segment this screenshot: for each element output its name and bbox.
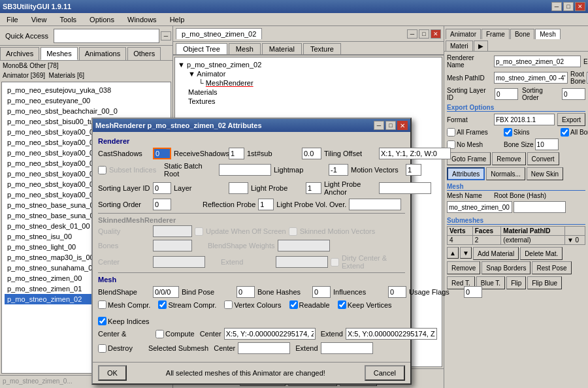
vertex-colours-checkbox[interactable] (224, 300, 233, 309)
menu-tools[interactable]: Tools (56, 14, 80, 25)
tab-meshes[interactable]: Meshes (41, 47, 78, 60)
tree-materials[interactable]: Materials (188, 88, 439, 97)
tab-others[interactable]: Others (127, 47, 161, 60)
keep-vertices-checkbox[interactable] (338, 300, 346, 309)
tree-mesh-renderer[interactable]: └ MeshRenderer (199, 78, 439, 88)
lightmap-input[interactable] (329, 164, 348, 176)
menu-options[interactable]: Options (86, 14, 118, 25)
center-maximize[interactable]: □ (419, 29, 429, 39)
menu-windows[interactable]: Windows (123, 14, 161, 25)
cast-shadows-input[interactable] (153, 148, 171, 159)
submesh-row[interactable]: 4 2 (external) ▼ 0 (448, 236, 585, 245)
center-value-input[interactable] (224, 328, 316, 340)
attributes-button[interactable]: Attributes (447, 167, 485, 180)
goto-frame-button[interactable]: Goto Frame (447, 152, 491, 165)
remove-renderer-button[interactable]: Remove (492, 152, 525, 165)
quick-access-minimize[interactable]: ─ (161, 31, 171, 40)
tab-bone[interactable]: Bone (510, 29, 534, 39)
light-probe-vol-input[interactable] (349, 199, 401, 210)
subhash-input[interactable] (302, 148, 321, 159)
move-down-button[interactable]: ▼ (460, 247, 472, 259)
tab-texture[interactable]: Texture (303, 43, 341, 54)
bone-hashes-input[interactable] (312, 286, 331, 298)
readable-checkbox[interactable] (289, 300, 298, 309)
mesh-compr-checkbox[interactable] (98, 300, 106, 309)
center-close[interactable]: ✕ (431, 29, 441, 39)
compute-checkbox[interactable] (155, 330, 164, 338)
reflection-probe-input[interactable] (258, 199, 274, 210)
all-bones-checkbox[interactable] (561, 128, 569, 137)
quick-access-dropdown[interactable] (54, 29, 159, 43)
tab-archives[interactable]: Archives (0, 47, 39, 60)
list-item[interactable]: p_mo_neo_sbst_beachchair_00_0 (5, 106, 168, 116)
tiling-input[interactable] (379, 148, 451, 159)
tab-mesh[interactable]: Mesh (229, 43, 261, 54)
convert-button[interactable]: Convert (527, 152, 559, 165)
mesh-name-input[interactable] (447, 201, 512, 213)
menu-file[interactable]: File (3, 14, 22, 25)
tab-animations[interactable]: Animations (79, 47, 126, 60)
stream-compr-checkbox[interactable] (158, 300, 167, 309)
destroy-checkbox[interactable] (98, 344, 106, 353)
sorting-order-input[interactable] (562, 88, 585, 100)
sorting-order-modal-input[interactable] (153, 199, 171, 210)
blendshape-input[interactable] (153, 286, 179, 298)
bind-pose-input[interactable] (237, 286, 255, 298)
modal-close-button[interactable]: ✕ (397, 121, 408, 130)
usage-flags-input[interactable] (464, 286, 482, 298)
tab-mesh-right[interactable]: Mesh (535, 29, 560, 39)
menu-help[interactable]: Help (166, 14, 189, 25)
sorting-layer-input[interactable] (495, 88, 518, 100)
new-skin-button[interactable]: New Skin (527, 167, 563, 180)
remove-mesh-button[interactable]: Remove (447, 261, 480, 274)
tab-animator[interactable]: Animator (446, 29, 481, 39)
flip-button[interactable]: Flip (506, 276, 526, 289)
tab-material[interactable]: Material (262, 43, 302, 54)
tree-animator[interactable]: ▼ Animator (188, 69, 439, 78)
all-frames-checkbox[interactable] (447, 128, 455, 137)
modal-minimize[interactable]: ─ (374, 121, 384, 130)
list-item[interactable]: p_mo_neo_esuteyane_00 (5, 95, 168, 106)
tab-more[interactable]: ▶ (474, 40, 488, 51)
snap-borders-button[interactable]: Snap Borders (482, 261, 531, 274)
subset-indices-checkbox[interactable] (98, 166, 106, 174)
mesh-pathid-select[interactable]: mo_stneo_zimen_00 -4' (494, 72, 568, 84)
delete-mat-button[interactable]: Delete Mat. (520, 247, 563, 260)
static-batch-input[interactable] (219, 164, 271, 176)
bone-size-input[interactable] (535, 138, 559, 150)
modal-ok-button[interactable]: OK (98, 365, 127, 381)
menu-view[interactable]: View (27, 14, 51, 25)
maximize-button[interactable]: □ (563, 2, 574, 11)
format-select[interactable]: FBX 2018.1.1 (494, 114, 555, 125)
layer-input[interactable] (229, 182, 248, 194)
tab-material-right[interactable]: Materi (446, 40, 473, 51)
light-probe-anchor-input[interactable] (379, 182, 431, 194)
light-probe-input[interactable] (306, 182, 321, 194)
normals-button[interactable]: Normals... (486, 167, 525, 180)
add-material-button[interactable]: Add Material (473, 247, 519, 260)
modal-maximize[interactable]: □ (385, 121, 396, 130)
tab-frame[interactable]: Frame (482, 29, 510, 39)
receive-shadows-input[interactable] (229, 148, 244, 159)
center-minimize[interactable]: ─ (407, 29, 417, 39)
tab-object-tree[interactable]: Object Tree (176, 43, 227, 54)
extend-value-input[interactable] (346, 328, 437, 340)
skins-checkbox[interactable] (504, 128, 512, 137)
keep-indices-checkbox[interactable] (98, 317, 106, 325)
export-button[interactable]: Export (557, 113, 585, 126)
modal-cancel-button[interactable]: Cancel (365, 365, 405, 381)
rest-pose-button[interactable]: Rest Pose (532, 261, 571, 274)
tree-root[interactable]: ▼ p_mo_stneo_zimen_02 (178, 60, 439, 69)
selected-extend-input[interactable] (321, 342, 373, 354)
tree-textures[interactable]: Textures (188, 97, 439, 106)
renderer-name-input[interactable] (494, 56, 581, 67)
influences-input[interactable] (388, 286, 406, 298)
close-button[interactable]: ✕ (575, 2, 585, 11)
minimize-button[interactable]: ─ (551, 2, 562, 11)
root-bone-hash-input[interactable] (514, 201, 566, 213)
motion-vectors-input[interactable] (406, 164, 421, 176)
list-item[interactable]: p_mo_neo_esutejovu_yuka_038 (5, 85, 168, 95)
flip-blue-button[interactable]: Flip Blue (527, 276, 562, 289)
selected-center-input[interactable] (238, 342, 290, 354)
sorting-layer-modal-input[interactable] (153, 182, 171, 194)
